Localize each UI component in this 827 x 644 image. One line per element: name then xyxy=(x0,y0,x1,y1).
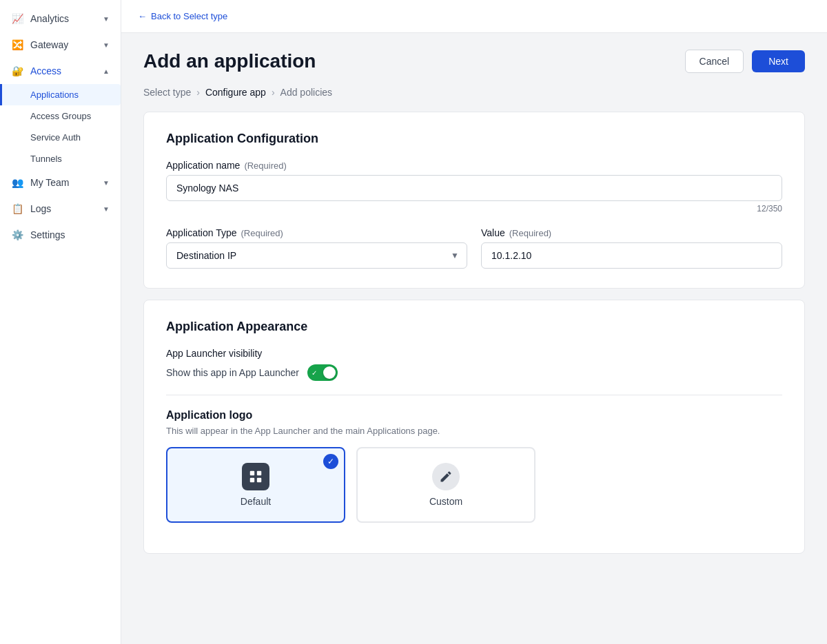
app-value-label: Value (Required) xyxy=(481,227,782,238)
toggle-knob xyxy=(323,366,336,379)
cancel-button[interactable]: Cancel xyxy=(685,50,744,73)
logo-default-label: Default xyxy=(241,496,271,507)
launcher-label: App Launcher visibility xyxy=(166,348,782,359)
my-team-icon: 👥 xyxy=(11,176,23,189)
breadcrumb-step-select-type[interactable]: Select type xyxy=(143,87,191,98)
content-area: Add an application Cancel Next Select ty… xyxy=(121,33,827,644)
logo-option-default[interactable]: ✓ Default xyxy=(166,447,345,523)
svg-rect-3 xyxy=(257,478,261,482)
sidebar-label-analytics: Analytics xyxy=(30,13,69,24)
breadcrumb-separator: › xyxy=(196,87,200,98)
sidebar-label-logs: Logs xyxy=(30,203,51,214)
app-type-select[interactable]: Destination IP Hostname URL xyxy=(166,242,467,269)
logo-custom-label: Custom xyxy=(429,496,462,507)
sidebar-item-my-team[interactable]: 👥 My Team ▼ xyxy=(0,169,121,196)
sidebar-sublabel-tunnels: Tunnels xyxy=(30,154,62,164)
top-bar: ← Back to Select type xyxy=(121,0,827,33)
breadcrumb-step-add-policies[interactable]: Add policies xyxy=(280,87,333,98)
app-type-required: (Required) xyxy=(241,228,283,238)
default-logo-icon xyxy=(242,463,269,490)
sidebar-sub-item-applications[interactable]: Applications xyxy=(0,84,121,105)
toggle-check-icon: ✓ xyxy=(312,369,317,377)
sidebar-sub-item-tunnels[interactable]: Tunnels xyxy=(0,148,121,169)
sidebar-label-gateway: Gateway xyxy=(30,39,68,50)
page-header: Add an application Cancel Next xyxy=(143,50,805,73)
logo-desc: This will appear in the App Launcher and… xyxy=(166,426,782,436)
gateway-icon: 🔀 xyxy=(11,39,23,51)
launcher-text: Show this app in App Launcher xyxy=(166,367,299,378)
chevron-up-icon: ▲ xyxy=(103,67,110,75)
logo-options: ✓ Default xyxy=(166,447,782,523)
sidebar-sublabel-service-auth: Service Auth xyxy=(30,132,81,143)
app-type-label: Application Type (Required) xyxy=(166,227,467,238)
back-arrow-icon: ← xyxy=(138,11,147,21)
selected-check-icon: ✓ xyxy=(323,454,338,469)
sidebar-sub-item-service-auth[interactable]: Service Auth xyxy=(0,127,121,148)
sidebar-label-my-team: My Team xyxy=(30,177,70,188)
sidebar-item-logs[interactable]: 📋 Logs ▼ xyxy=(0,196,121,222)
svg-rect-2 xyxy=(250,478,254,482)
breadcrumb-separator: › xyxy=(272,87,275,98)
char-count: 12/350 xyxy=(166,204,782,214)
sidebar-label-access: Access xyxy=(30,65,61,76)
toggle-row: Show this app in App Launcher ✓ xyxy=(166,364,782,381)
sidebar-item-analytics[interactable]: 📈 Analytics ▼ xyxy=(0,6,121,32)
app-name-group: Application name (Required) 12/350 xyxy=(166,160,782,214)
app-value-input[interactable] xyxy=(481,242,782,269)
sidebar-sub-item-access-groups[interactable]: Access Groups xyxy=(0,105,121,127)
app-type-col: Application Type (Required) Destination … xyxy=(166,227,467,269)
next-button[interactable]: Next xyxy=(752,50,805,72)
chevron-down-icon: ▼ xyxy=(103,205,110,213)
chevron-down-icon: ▼ xyxy=(103,41,110,49)
breadcrumb-step-configure-app[interactable]: Configure app xyxy=(205,87,266,98)
app-value-required: (Required) xyxy=(509,228,551,238)
svg-rect-1 xyxy=(257,471,261,475)
analytics-icon: 📈 xyxy=(11,12,23,25)
page-title: Add an application xyxy=(143,50,316,72)
sidebar-item-access[interactable]: 🔐 Access ▲ xyxy=(0,58,121,84)
custom-logo-icon xyxy=(432,463,460,490)
chevron-down-icon: ▼ xyxy=(103,179,110,187)
sidebar-item-gateway[interactable]: 🔀 Gateway ▼ xyxy=(0,32,121,58)
svg-rect-0 xyxy=(250,471,254,475)
chevron-down-icon: ▼ xyxy=(103,15,110,23)
sidebar-sublabel-access-groups: Access Groups xyxy=(30,111,91,121)
app-name-required: (Required) xyxy=(244,160,286,171)
logo-option-custom[interactable]: Custom xyxy=(356,447,535,523)
app-type-select-wrapper: Destination IP Hostname URL ▼ xyxy=(166,242,467,269)
breadcrumb: Select type › Configure app › Add polici… xyxy=(143,87,805,98)
logo-title: Application logo xyxy=(166,409,782,422)
sidebar: 📈 Analytics ▼ 🔀 Gateway ▼ 🔐 Access ▲ App… xyxy=(0,0,121,644)
sidebar-label-settings: Settings xyxy=(30,229,65,240)
app-config-card: Application Configuration Application na… xyxy=(143,112,805,289)
app-appearance-card: Application Appearance App Launcher visi… xyxy=(143,300,805,554)
app-type-value-row: Application Type (Required) Destination … xyxy=(166,227,782,269)
access-icon: 🔐 xyxy=(11,65,23,77)
app-config-title: Application Configuration xyxy=(166,132,782,146)
back-link-label: Back to Select type xyxy=(151,11,227,21)
app-appearance-title: Application Appearance xyxy=(166,320,782,334)
settings-icon: ⚙️ xyxy=(11,229,23,241)
launcher-visibility-section: App Launcher visibility Show this app in… xyxy=(166,348,782,381)
main-content: ← Back to Select type Add an application… xyxy=(121,0,827,644)
header-actions: Cancel Next xyxy=(685,50,805,73)
logs-icon: 📋 xyxy=(11,202,23,215)
app-name-input[interactable] xyxy=(166,175,782,201)
app-name-label: Application name (Required) xyxy=(166,160,782,171)
sidebar-item-settings[interactable]: ⚙️ Settings xyxy=(0,222,121,248)
back-link[interactable]: ← Back to Select type xyxy=(138,11,227,21)
launcher-toggle[interactable]: ✓ xyxy=(307,364,338,381)
logo-section: Application logo This will appear in the… xyxy=(166,395,782,523)
app-value-col: Value (Required) xyxy=(481,227,782,269)
sidebar-sublabel-applications: Applications xyxy=(30,90,79,100)
